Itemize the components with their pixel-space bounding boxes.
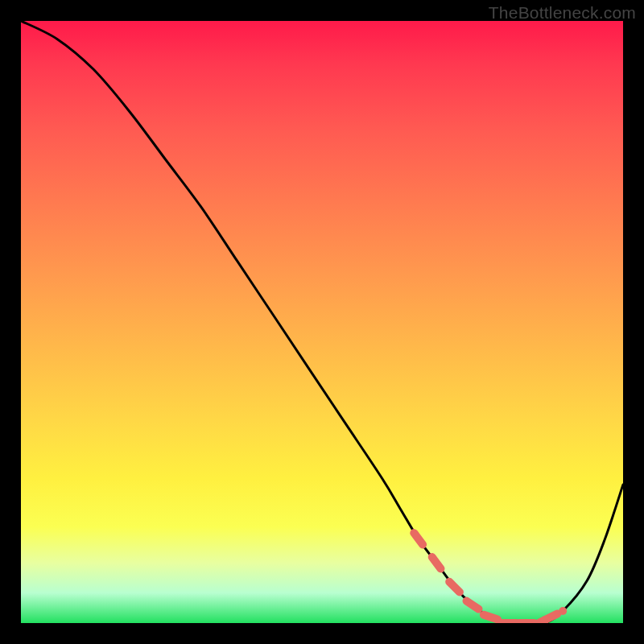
highlight-point: [544, 614, 557, 621]
plot-gradient-background: [21, 21, 623, 623]
highlight-points: [414, 533, 563, 623]
highlight-point: [532, 620, 545, 623]
highlight-point: [467, 601, 479, 609]
chart-overlay: [21, 21, 623, 623]
attribution-text: TheBottleneck.com: [489, 3, 636, 23]
highlight-point: [449, 582, 460, 592]
highlight-point: [414, 533, 423, 544]
bottleneck-curve: [21, 21, 623, 623]
highlight-point: [432, 557, 441, 568]
highlight-point: [484, 615, 497, 620]
chart-container: { "attribution": "TheBottleneck.com", "c…: [0, 0, 644, 644]
